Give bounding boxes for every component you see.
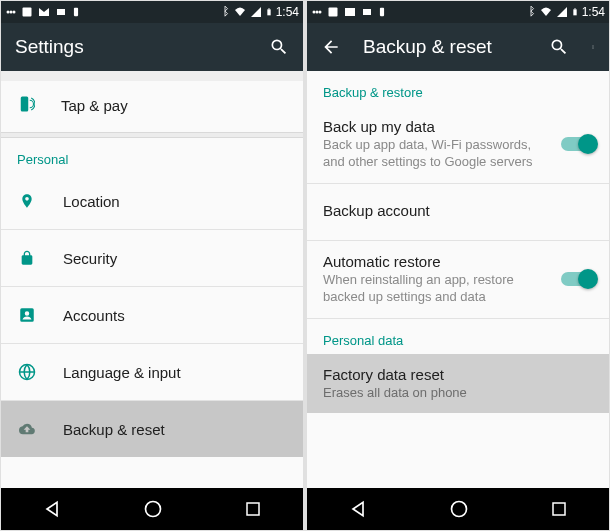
label: Factory data reset — [323, 366, 444, 383]
section-personal: Personal — [1, 138, 303, 173]
svg-rect-14 — [329, 8, 338, 17]
battery-icon — [265, 5, 273, 19]
label: Accounts — [63, 307, 125, 324]
image-icon — [327, 6, 339, 18]
globe-icon — [17, 363, 37, 381]
list-item-accounts[interactable]: Accounts — [1, 287, 303, 343]
image-icon — [21, 6, 33, 18]
search-icon[interactable] — [549, 37, 569, 57]
recents-button[interactable] — [550, 500, 568, 518]
home-button[interactable] — [143, 499, 163, 519]
tap-pay-icon — [17, 95, 35, 116]
section-personal-data: Personal data — [307, 319, 609, 354]
svg-rect-4 — [74, 8, 78, 16]
svg-point-13 — [319, 11, 322, 14]
section-backup-restore: Backup & restore — [307, 71, 609, 106]
notif-icon — [311, 6, 323, 18]
item-backup-data[interactable]: Back up my data Back up app data, Wi-Fi … — [307, 106, 609, 183]
overflow-icon[interactable] — [591, 38, 595, 56]
search-icon[interactable] — [269, 37, 289, 57]
sublabel: Back up app data, Wi-Fi passwords, and o… — [323, 137, 593, 171]
svg-point-2 — [13, 11, 16, 14]
mail-icon — [37, 6, 51, 18]
settings-screen: 1:54 Settings Tap & pay Personal Locatio… — [1, 1, 303, 530]
back-button[interactable] — [348, 499, 368, 519]
location-icon — [17, 191, 37, 211]
svg-point-1 — [10, 11, 13, 14]
label: Automatic restore — [323, 253, 441, 270]
svg-point-12 — [316, 11, 319, 14]
svg-point-19 — [593, 47, 594, 48]
backup-data-switch[interactable] — [561, 137, 595, 151]
status-time: 1:54 — [276, 5, 299, 19]
list-item-language[interactable]: Language & input — [1, 344, 303, 400]
svg-rect-5 — [267, 9, 270, 15]
app-bar: Settings — [1, 23, 303, 71]
phone-icon — [71, 5, 81, 19]
svg-rect-17 — [574, 8, 575, 9]
label: Back up my data — [323, 118, 435, 135]
svg-rect-3 — [23, 8, 32, 17]
svg-point-9 — [145, 502, 160, 517]
svg-point-20 — [593, 48, 594, 49]
svg-rect-16 — [573, 9, 576, 15]
list-item-location[interactable]: Location — [1, 173, 303, 229]
sublabel: Erases all data on phone — [323, 385, 523, 402]
svg-rect-22 — [553, 503, 565, 515]
bluetooth-icon — [220, 5, 230, 19]
sublabel: When reinstalling an app, restore backed… — [323, 272, 593, 306]
phone-icon — [377, 5, 387, 19]
battery-icon — [571, 5, 579, 19]
list-item-security[interactable]: Security — [1, 230, 303, 286]
auto-restore-switch[interactable] — [561, 272, 595, 286]
wifi-icon — [539, 6, 553, 18]
home-button[interactable] — [449, 499, 469, 519]
item-auto-restore[interactable]: Automatic restore When reinstalling an a… — [307, 241, 609, 318]
label: Location — [63, 193, 120, 210]
svg-point-11 — [313, 11, 316, 14]
accounts-icon — [17, 306, 37, 324]
svg-rect-6 — [268, 8, 269, 9]
label: Security — [63, 250, 117, 267]
status-bar: 1:54 — [1, 1, 303, 23]
svg-rect-15 — [380, 8, 384, 16]
page-title: Settings — [15, 36, 247, 58]
list-item-tap-pay[interactable]: Tap & pay — [1, 81, 303, 130]
bluetooth-icon — [526, 5, 536, 19]
nav-bar — [1, 488, 303, 530]
status-time: 1:54 — [582, 5, 605, 19]
label: Backup account — [323, 202, 430, 219]
label: Tap & pay — [61, 97, 128, 114]
backup-reset-screen: 1:54 Backup & reset Backup & restore Bac… — [307, 1, 609, 530]
list-item-backup-reset[interactable]: Backup & reset — [1, 401, 303, 457]
nav-bar — [307, 488, 609, 530]
gmail-icon — [361, 6, 373, 18]
notif-icon — [5, 6, 17, 18]
label: Backup & reset — [63, 421, 165, 438]
status-bar: 1:54 — [307, 1, 609, 23]
svg-point-18 — [593, 45, 594, 46]
item-factory-reset[interactable]: Factory data reset Erases all data on ph… — [307, 354, 609, 414]
page-title: Backup & reset — [363, 36, 527, 58]
item-backup-account[interactable]: Backup account — [307, 184, 609, 240]
backup-list: Backup & restore Back up my data Back up… — [307, 71, 609, 488]
lock-icon — [17, 248, 37, 268]
svg-point-0 — [7, 11, 10, 14]
settings-list: Tap & pay Personal Location Security Acc… — [1, 71, 303, 488]
app-bar: Backup & reset — [307, 23, 609, 71]
signal-icon — [250, 6, 262, 18]
back-arrow-icon[interactable] — [321, 37, 341, 57]
recents-button[interactable] — [244, 500, 262, 518]
svg-rect-7 — [21, 97, 29, 112]
backup-icon — [17, 421, 37, 437]
back-button[interactable] — [42, 499, 62, 519]
signal-icon — [556, 6, 568, 18]
mail-icon — [343, 6, 357, 18]
label: Language & input — [63, 364, 181, 381]
wifi-icon — [233, 6, 247, 18]
gmail-icon — [55, 6, 67, 18]
svg-point-21 — [451, 502, 466, 517]
svg-rect-10 — [247, 503, 259, 515]
